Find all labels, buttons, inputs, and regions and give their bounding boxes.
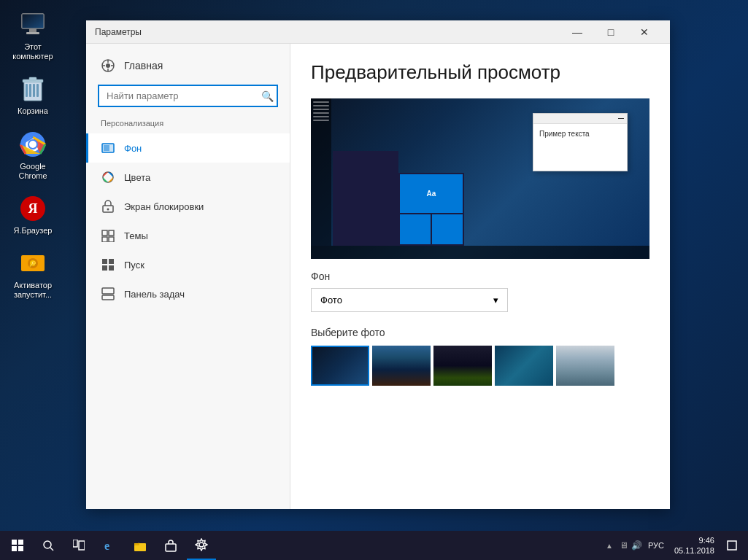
background-dropdown[interactable]: Фото ▾	[311, 288, 508, 312]
activator-icon-label: Активатор запустит...	[7, 281, 59, 300]
svg-rect-45	[12, 546, 17, 551]
search-input[interactable]	[98, 85, 278, 107]
close-button[interactable]: ✕	[628, 20, 661, 44]
photo-thumb-5[interactable]	[556, 346, 614, 386]
mini-line-5	[313, 116, 329, 117]
settings-taskbar-button[interactable]	[187, 531, 216, 560]
time-display: 9:46	[674, 535, 714, 545]
search-icon: 🔍	[261, 90, 274, 102]
mini-line-4	[313, 112, 329, 114]
preview-dialog-titlebar	[533, 114, 627, 124]
window-title: Параметры	[95, 27, 560, 37]
desktop-icons: Этот компьютер Корзина	[0, 0, 66, 311]
preview-dialog-text: Пример текста	[539, 130, 590, 138]
sidebar-section-title: Персонализация	[86, 116, 290, 133]
sidebar-item-start[interactable]: Пуск	[86, 250, 290, 279]
preview-taskbar-bottom	[311, 246, 649, 259]
svg-text:Я: Я	[28, 201, 38, 216]
minimize-button[interactable]: —	[560, 20, 594, 44]
chevron-up-icon[interactable]: ▲	[602, 531, 617, 560]
preview-dialog-body: Пример текста	[533, 124, 627, 171]
svg-rect-8	[36, 84, 39, 97]
search-box: 🔍	[98, 85, 278, 107]
sidebar-item-themes[interactable]: Темы	[86, 221, 290, 250]
dropdown-value: Фото	[320, 295, 342, 306]
preview-start-tiles: Aa	[398, 173, 464, 246]
svg-text:🔑: 🔑	[29, 260, 36, 268]
sidebar-item-fon-label: Фон	[124, 143, 142, 154]
desktop-icon-computer[interactable]: Этот компьютер	[4, 7, 62, 64]
themes-icon	[101, 228, 115, 243]
svg-point-14	[29, 141, 36, 148]
sidebar: Главная 🔍 Персонализация	[86, 44, 290, 509]
svg-rect-1	[22, 14, 44, 28]
main-content: Предварительный просмотр	[290, 44, 670, 509]
svg-rect-29	[104, 145, 109, 151]
page-title: Предварительный просмотр	[311, 61, 649, 84]
settings-window: Параметры — □ ✕	[86, 20, 670, 509]
chrome-icon	[18, 130, 47, 159]
start-button[interactable]	[3, 531, 32, 560]
edge-button[interactable]: e	[95, 531, 124, 560]
date-display: 05.11.2018	[674, 545, 714, 556]
taskbar-clock[interactable]: 9:46 05.11.2018	[670, 535, 719, 556]
sidebar-item-start-label: Пуск	[124, 260, 144, 271]
svg-point-47	[44, 541, 51, 548]
start-menu-icon	[101, 257, 115, 272]
desktop-icon-activator[interactable]: 🔑 Активатор запустит...	[4, 246, 62, 303]
svg-text:e: e	[104, 540, 109, 552]
trash-icon	[18, 74, 47, 104]
network-icon: 🖥	[620, 540, 628, 551]
svg-rect-33	[102, 230, 107, 236]
mini-line-2	[313, 105, 329, 106]
search-taskbar-button[interactable]	[34, 531, 63, 560]
photo-thumb-2[interactable]	[372, 346, 431, 386]
maximize-button[interactable]: □	[594, 20, 628, 44]
sidebar-item-lock[interactable]: Экран блокировки	[86, 192, 290, 221]
notification-button[interactable]	[722, 531, 742, 560]
mini-line-6	[313, 120, 329, 121]
photo-grid	[311, 346, 649, 386]
photo-thumb-4[interactable]	[495, 346, 553, 386]
activator-icon: 🔑	[18, 249, 47, 278]
mini-line-3	[313, 109, 329, 110]
svg-rect-46	[18, 546, 23, 551]
volume-icon: 🔊	[631, 540, 642, 551]
task-view-button[interactable]	[64, 531, 93, 560]
store-button[interactable]	[156, 531, 185, 560]
cveta-icon	[101, 170, 115, 184]
svg-rect-49	[73, 540, 77, 547]
svg-rect-41	[102, 295, 114, 300]
sidebar-item-fon[interactable]: Фон	[86, 133, 290, 163]
svg-line-48	[50, 548, 53, 551]
taskbar-settings-icon	[101, 287, 115, 301]
computer-icon-label: Этот компьютер	[7, 42, 59, 61]
svg-point-32	[107, 209, 109, 211]
svg-rect-5	[26, 84, 28, 97]
home-icon	[101, 58, 115, 73]
sidebar-item-cveta-label: Цвета	[124, 172, 150, 183]
window-body: Главная 🔍 Персонализация	[86, 44, 670, 509]
preview-tile-aa: Aa	[400, 174, 463, 213]
photo-thumb-3[interactable]	[433, 346, 492, 386]
sidebar-home[interactable]: Главная	[86, 52, 290, 79]
computer-icon	[18, 10, 47, 39]
desktop-icon-trash[interactable]: Корзина	[4, 71, 62, 119]
taskbar: e	[0, 531, 748, 560]
svg-rect-42	[102, 288, 114, 294]
svg-rect-35	[102, 237, 107, 242]
window-titlebar: Параметры — □ ✕	[86, 20, 670, 44]
desktop: Этот компьютер Корзина	[0, 0, 748, 560]
svg-rect-43	[12, 540, 17, 545]
dropdown-chevron-icon: ▾	[493, 295, 498, 306]
chrome-icon-label: Google Chrome	[7, 162, 59, 181]
sidebar-item-taskbar[interactable]: Панель задач	[86, 279, 290, 308]
yabrowser-icon-label: Я.Браузер	[14, 226, 53, 236]
desktop-icon-yabrowser[interactable]: Я Я.Браузер	[4, 191, 62, 238]
svg-rect-7	[33, 84, 35, 97]
photo-thumb-1[interactable]	[311, 346, 369, 386]
sidebar-item-cveta[interactable]: Цвета	[86, 163, 290, 192]
preview-tile-2	[432, 214, 463, 245]
explorer-button[interactable]	[126, 531, 155, 560]
desktop-icon-chrome[interactable]: Google Chrome	[4, 127, 62, 184]
